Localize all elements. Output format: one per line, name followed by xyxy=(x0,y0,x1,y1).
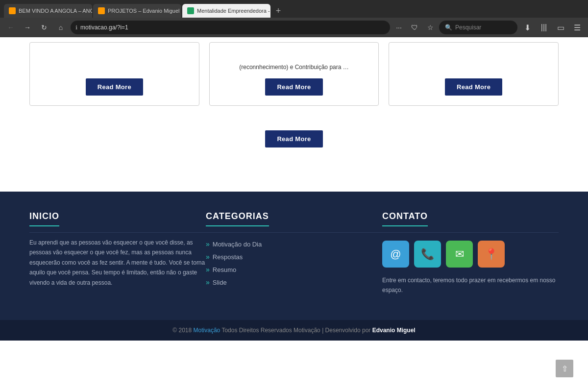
footer-divider-3 xyxy=(382,232,559,233)
toolbar-right: ⬇ ||| ▭ ☰ xyxy=(520,21,584,34)
bookmark-button[interactable]: ☆ xyxy=(424,22,436,33)
author-text: Edvanio Miguel xyxy=(372,327,416,334)
card-1: Read More xyxy=(29,42,199,106)
tab-favicon-2 xyxy=(98,7,105,14)
footer-categories-list: Motivação do Dia Respostas Resumo Slide xyxy=(206,238,382,289)
contact-icons: @ 📞 ✉ 📍 xyxy=(382,241,559,268)
footer-columns: INICIO Eu aprendi que as pessoas vão esq… xyxy=(29,211,559,310)
tab-label-3: Mentalidade Empreendedora - Motiv… xyxy=(197,8,270,14)
read-more-button-3[interactable]: Read More xyxy=(445,78,502,96)
browser-chrome: BEM VINDO A ANGOLA – ANGO… ✕ PROJETOS – … xyxy=(0,0,588,18)
contact-location-icon[interactable]: 📍 xyxy=(478,241,505,268)
tab-3[interactable]: Mentalidade Empreendedora - Motiv… ✕ xyxy=(182,4,270,18)
footer-heading-contato: CONTATO xyxy=(382,211,428,226)
tab-bar: BEM VINDO A ANGOLA – ANGO… ✕ PROJETOS – … xyxy=(4,0,584,18)
reload-button[interactable]: ↻ xyxy=(37,21,51,34)
category-link-4[interactable]: Slide xyxy=(213,279,227,286)
copyright-text: © 2018 xyxy=(172,327,192,334)
more-button[interactable]: ··· xyxy=(393,22,405,33)
footer-contato-text: Entre em contacto, teremos todo prazer e… xyxy=(382,275,559,295)
back-button[interactable]: ← xyxy=(4,21,18,34)
tab-1[interactable]: BEM VINDO A ANGOLA – ANGO… ✕ xyxy=(4,4,92,18)
rights-text: Todos Direitos Reservados Motivação | De… xyxy=(221,327,370,334)
footer-col-inicio: INICIO Eu aprendi que as pessoas vão esq… xyxy=(29,211,206,295)
center-button-section: Read More xyxy=(0,121,588,167)
footer-col-contato: CONTATO @ 📞 ✉ 📍 Entre em contacto, terem… xyxy=(382,211,559,295)
footer-inicio-text: Eu aprendi que as pessoas vão esquecer o… xyxy=(29,238,206,288)
footer-col-categorias: CATEGORIAS Motivação do Dia Respostas Re… xyxy=(206,211,382,295)
cards-row: Read More (reconnhecimento) e Contribuiç… xyxy=(29,42,559,106)
sidebar-icon[interactable]: ▭ xyxy=(554,21,567,34)
tab-label-2: PROJETOS – Edvanio Miguel xyxy=(108,8,180,14)
category-item-3[interactable]: Resumo xyxy=(206,263,382,276)
url-text: motivacao.ga/?i=1 xyxy=(80,24,128,31)
forward-button[interactable]: → xyxy=(21,21,34,34)
read-more-button-2[interactable]: Read More xyxy=(265,78,322,96)
tab-favicon-1 xyxy=(9,7,16,14)
address-field[interactable]: ℹ motivacao.ga/?i=1 xyxy=(71,21,390,34)
pocket-button[interactable]: 🛡 xyxy=(409,22,420,33)
contact-phone-icon[interactable]: 📞 xyxy=(414,241,441,268)
category-item-2[interactable]: Respostas xyxy=(206,250,382,263)
library-icon[interactable]: ||| xyxy=(537,21,551,34)
download-icon[interactable]: ⬇ xyxy=(520,21,534,34)
search-placeholder: Pesquisar xyxy=(455,24,481,31)
new-tab-button[interactable]: + xyxy=(271,4,285,18)
tab-label-1: BEM VINDO A ANGOLA – ANGO… xyxy=(19,8,92,14)
tab-favicon-3 xyxy=(187,7,194,14)
cards-section: Read More (reconnhecimento) e Contribuiç… xyxy=(0,37,588,121)
category-link-2[interactable]: Respostas xyxy=(213,253,243,261)
contact-email-icon[interactable]: @ xyxy=(382,241,409,268)
spacer xyxy=(0,167,588,192)
card-2: (reconnhecimento) e Contribuição para … … xyxy=(209,42,379,106)
footer: INICIO Eu aprendi que as pessoas vão esq… xyxy=(0,192,588,320)
contact-mail-icon[interactable]: ✉ xyxy=(446,241,473,268)
footer-heading-categorias: CATEGORIAS xyxy=(206,211,269,226)
footer-divider-1 xyxy=(29,232,206,233)
footer-bottom: © 2018 Motivação Todos Direitos Reservad… xyxy=(0,320,588,341)
menu-icon[interactable]: ☰ xyxy=(570,21,584,34)
brand-link[interactable]: Motivação xyxy=(194,327,220,334)
security-icon: ℹ xyxy=(75,24,77,31)
page-content: Read More (reconnhecimento) e Contribuiç… xyxy=(0,37,588,341)
address-actions: ··· 🛡 ☆ xyxy=(393,22,436,33)
address-bar-row: ← → ↻ ⌂ ℹ motivacao.ga/?i=1 ··· 🛡 ☆ 🔍 Pe… xyxy=(0,18,588,37)
category-link-3[interactable]: Resumo xyxy=(213,266,236,273)
tab-2[interactable]: PROJETOS – Edvanio Miguel ✕ xyxy=(93,4,181,18)
read-more-button-1[interactable]: Read More xyxy=(86,78,143,96)
home-button[interactable]: ⌂ xyxy=(54,21,68,34)
search-field[interactable]: 🔍 Pesquisar xyxy=(439,21,517,34)
card-3: Read More xyxy=(389,42,559,106)
category-link-1[interactable]: Motivação do Dia xyxy=(213,241,262,248)
search-icon: 🔍 xyxy=(445,24,452,31)
card-2-text: (reconnhecimento) e Contribuição para … xyxy=(239,64,348,71)
category-item-1[interactable]: Motivação do Dia xyxy=(206,238,382,250)
footer-heading-inicio: INICIO xyxy=(29,211,59,226)
read-more-button-center[interactable]: Read More xyxy=(265,130,322,147)
footer-divider-2 xyxy=(206,232,382,233)
category-item-4[interactable]: Slide xyxy=(206,276,382,289)
